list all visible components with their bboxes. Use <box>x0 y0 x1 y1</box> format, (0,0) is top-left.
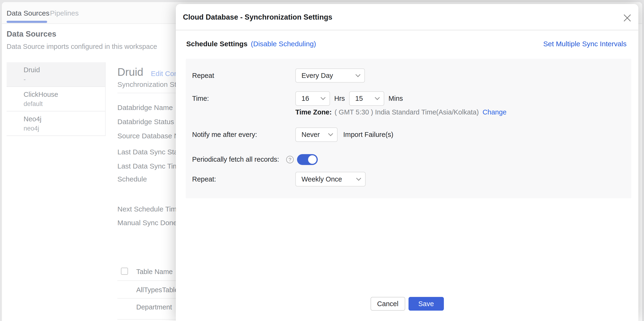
source-sub: neo4j <box>24 125 105 132</box>
source-sub: default <box>24 100 105 108</box>
repeat-select-value: Every Day <box>302 72 333 80</box>
fetch-repeat-select-value: Weekly Once <box>302 175 342 183</box>
minutes-unit-label: Mins <box>388 95 403 102</box>
schedule-settings-heading: Schedule Settings <box>186 40 248 48</box>
chevron-down-icon <box>320 95 326 100</box>
field-label: Last Data Sync Time <box>118 162 183 170</box>
timezone-change-link[interactable]: Change <box>482 108 506 116</box>
detail-subtitle: Synchronization Stat <box>118 80 182 88</box>
tab-pipelines[interactable]: Pipelines <box>50 9 79 17</box>
chevron-down-icon <box>375 95 380 100</box>
source-name: ClickHouse <box>24 91 105 98</box>
notify-select[interactable]: Never <box>295 127 338 142</box>
hours-select[interactable]: 16 <box>295 91 330 106</box>
hours-unit-label: Hrs <box>334 95 345 102</box>
hours-value: 16 <box>302 95 309 102</box>
source-name: Druid <box>24 66 105 74</box>
list-item-clickhouse[interactable]: ClickHouse default <box>6 87 105 111</box>
field-label: Manual Sync Done <box>118 219 177 227</box>
save-button[interactable]: Save <box>408 297 444 311</box>
field-label: Source Database Na <box>118 132 183 140</box>
fetch-repeat-label: Repeat: <box>192 175 295 183</box>
fetch-label: Periodically fetch all records: <box>192 155 279 163</box>
repeat-select[interactable]: Every Day <box>295 68 365 83</box>
field-label: Databridge Name <box>118 104 173 112</box>
active-tab-underline <box>6 21 47 23</box>
import-failures-label: Import Failure(s) <box>343 131 394 138</box>
chevron-down-icon <box>328 131 333 136</box>
time-label: Time: <box>192 95 295 102</box>
chevron-down-icon <box>356 72 360 77</box>
field-label: Next Schedule Time <box>118 205 180 213</box>
field-label: Last Data Sync Statu <box>118 148 184 156</box>
fetch-repeat-select[interactable]: Weekly Once <box>295 172 366 187</box>
detail-title: Druid <box>118 66 143 78</box>
source-name: Neo4j <box>24 115 105 123</box>
fetch-toggle[interactable] <box>297 154 318 165</box>
chevron-down-icon <box>356 176 361 181</box>
set-multiple-sync-intervals-link[interactable]: Set Multiple Sync Intervals <box>543 40 626 48</box>
list-item-druid[interactable]: Druid - <box>6 62 105 87</box>
timezone-line: Time Zone: ( GMT 5:30 ) India Standard T… <box>295 107 506 117</box>
timezone-value: ( GMT 5:30 ) India Standard Time(Asia/Ko… <box>334 108 479 116</box>
tab-data-sources[interactable]: Data Sources <box>6 9 50 17</box>
sync-settings-modal: Cloud Database - Synchronization Setting… <box>176 4 638 321</box>
select-all-checkbox[interactable] <box>121 268 128 275</box>
notify-row: Notify me after every: Never Import Fail… <box>186 127 631 142</box>
schedule-form-panel: Repeat Every Day Time: 16 Hrs 15 Mins Ti… <box>186 59 631 198</box>
data-source-list: Druid - ClickHouse default Neo4j neo4j <box>6 62 106 136</box>
table-name-header: Table Name <box>136 268 173 276</box>
table-row[interactable]: AllTypesTable <box>136 286 178 294</box>
list-item-neo4j[interactable]: Neo4j neo4j <box>6 111 105 136</box>
field-label: Schedule <box>118 175 147 183</box>
modal-footer: Cancel Save <box>176 297 638 311</box>
disable-scheduling-link[interactable]: (Disable Scheduling) <box>251 40 316 48</box>
source-sub: - <box>24 76 105 83</box>
cancel-button[interactable]: Cancel <box>370 297 405 311</box>
help-icon[interactable]: ? <box>286 156 294 163</box>
time-row: Time: 16 Hrs 15 Mins <box>186 91 631 106</box>
page-title: Data Sources <box>6 30 56 39</box>
notify-select-value: Never <box>302 131 320 138</box>
minutes-select[interactable]: 15 <box>349 91 384 106</box>
table-row[interactable]: Department <box>136 303 172 311</box>
fetch-row: Periodically fetch all records: ? <box>186 152 631 167</box>
minutes-value: 15 <box>355 95 363 102</box>
repeat-row: Repeat Every Day <box>186 68 631 83</box>
timezone-label: Time Zone: <box>295 108 332 116</box>
fetch-repeat-row: Repeat: Weekly Once <box>186 172 631 187</box>
notify-label: Notify me after every: <box>192 131 295 138</box>
modal-title: Cloud Database - Synchronization Setting… <box>183 13 332 22</box>
repeat-label: Repeat <box>192 72 295 80</box>
toggle-knob <box>308 155 316 164</box>
field-label: Databridge Status <box>118 118 174 126</box>
close-icon[interactable] <box>622 13 633 23</box>
modal-header: Cloud Database - Synchronization Setting… <box>176 4 638 31</box>
